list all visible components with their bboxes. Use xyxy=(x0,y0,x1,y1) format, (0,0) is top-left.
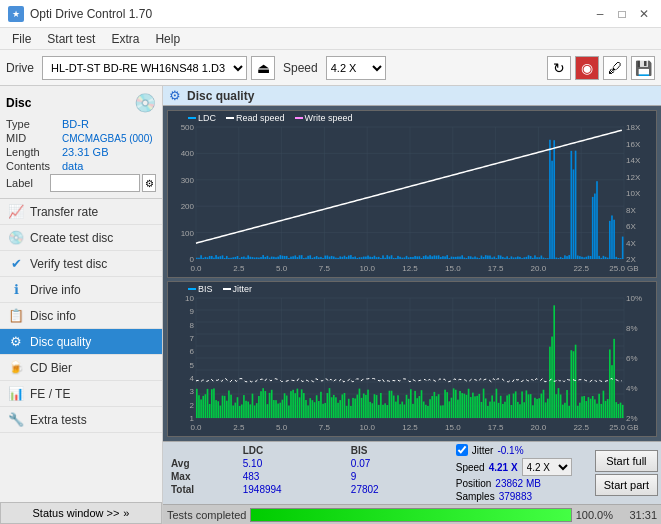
eject-button[interactable]: ⏏ xyxy=(251,56,275,80)
disc-length-label: Length xyxy=(6,146,62,158)
jitter-row: Jitter -0.1% xyxy=(456,444,588,456)
titlebar: ★ Opti Drive Control 1.70 – □ ✕ xyxy=(0,0,661,28)
titlebar-left: ★ Opti Drive Control 1.70 xyxy=(8,6,152,22)
stats-speed-select[interactable]: 4.2 X xyxy=(522,458,572,476)
disc-quality-header: ⚙ Disc quality xyxy=(163,86,661,106)
write-legend-dot xyxy=(295,117,303,119)
disc-mid-row: MID CMCMAGBA5 (000) xyxy=(6,132,156,144)
action-buttons: Start full Start part xyxy=(592,442,661,504)
progress-percent: 100.0% xyxy=(576,509,613,521)
stats-right: Jitter -0.1% Speed 4.21 X 4.2 X Position… xyxy=(452,442,592,504)
ldc-chart: LDC Read speed Write speed xyxy=(167,110,657,278)
start-part-button[interactable]: Start part xyxy=(595,474,658,496)
titlebar-controls: – □ ✕ xyxy=(591,5,653,23)
stats-total-ldc: 1948994 xyxy=(239,483,347,496)
status-window-button[interactable]: Status window >> » xyxy=(0,502,162,524)
close-button[interactable]: ✕ xyxy=(635,5,653,23)
disc-quality-title: Disc quality xyxy=(187,89,254,103)
stats-total-label: Total xyxy=(167,483,239,496)
minimize-button[interactable]: – xyxy=(591,5,609,23)
jitter-checkbox[interactable] xyxy=(456,444,468,456)
disc-header: Disc 💿 xyxy=(6,92,156,114)
sidebar-item-cd-bier[interactable]: 🍺 CD Bier xyxy=(0,355,162,381)
toolbar: Drive HL-DT-ST BD-RE WH16NS48 1.D3 ⏏ Spe… xyxy=(0,50,661,86)
sidebar-item-extra-tests[interactable]: 🔧 Extra tests xyxy=(0,407,162,433)
disc-icon: 💿 xyxy=(134,92,156,114)
drive-info-icon: ℹ xyxy=(8,282,24,297)
progress-time: 31:31 xyxy=(617,509,657,521)
toolbar-btn-2[interactable]: ◉ xyxy=(575,56,599,80)
sidebar-item-transfer-rate[interactable]: 📈 Transfer rate xyxy=(0,199,162,225)
menu-file[interactable]: File xyxy=(4,30,39,48)
jitter-legend-dot xyxy=(223,288,231,290)
sidebar-item-create-test-disc[interactable]: 💿 Create test disc xyxy=(0,225,162,251)
sidebar-item-verify-test-disc[interactable]: ✔ Verify test disc xyxy=(0,251,162,277)
jitter-avg-val: -0.1% xyxy=(497,445,523,456)
sidebar-label-cd-bier: CD Bier xyxy=(30,361,72,375)
samples-label: Samples xyxy=(456,491,495,502)
speed-row: Speed 4.21 X 4.2 X xyxy=(456,458,588,476)
stats-max-label: Max xyxy=(167,470,239,483)
disc-contents-label: Contents xyxy=(6,160,62,172)
progress-bar-inner xyxy=(251,509,570,521)
maximize-button[interactable]: □ xyxy=(613,5,631,23)
legend-ldc: LDC xyxy=(188,113,216,123)
disc-contents-row: Contents data xyxy=(6,160,156,172)
disc-type-value: BD-R xyxy=(62,118,89,130)
stats-bar: LDC BIS Avg 5.10 0.07 Max 483 xyxy=(163,441,661,504)
legend-write: Write speed xyxy=(295,113,353,123)
sidebar-item-disc-info[interactable]: 📋 Disc info xyxy=(0,303,162,329)
menu-start-test[interactable]: Start test xyxy=(39,30,103,48)
start-full-button[interactable]: Start full xyxy=(595,450,658,472)
disc-length-value: 23.31 GB xyxy=(62,146,108,158)
stats-avg-bis: 0.07 xyxy=(347,457,429,470)
sidebar-label-drive-info: Drive info xyxy=(30,283,81,297)
toolbar-btn-save[interactable]: 💾 xyxy=(631,56,655,80)
disc-mid-label: MID xyxy=(6,132,62,144)
progress-area: Tests completed 100.0% 31:31 xyxy=(163,504,661,524)
menu-extra[interactable]: Extra xyxy=(103,30,147,48)
toolbar-btn-1[interactable]: ↻ xyxy=(547,56,571,80)
stats-max-ldc: 483 xyxy=(239,470,347,483)
sidebar: Disc 💿 Type BD-R MID CMCMAGBA5 (000) Len… xyxy=(0,86,163,524)
main-layout: Disc 💿 Type BD-R MID CMCMAGBA5 (000) Len… xyxy=(0,86,661,524)
menu-help[interactable]: Help xyxy=(147,30,188,48)
position-value: 23862 MB xyxy=(495,478,541,489)
position-label: Position xyxy=(456,478,492,489)
speed-select[interactable]: 4.2 X xyxy=(326,56,386,80)
jitter-label: Jitter xyxy=(472,445,494,456)
nav-items: 📈 Transfer rate 💿 Create test disc ✔ Ver… xyxy=(0,199,162,433)
disc-quality-header-icon: ⚙ xyxy=(169,88,181,103)
chart-top-legend: LDC Read speed Write speed xyxy=(188,113,352,123)
bis-legend-label: BIS xyxy=(198,284,213,294)
disc-type-row: Type BD-R xyxy=(6,118,156,130)
disc-label-btn[interactable]: ⚙ xyxy=(142,174,156,192)
sidebar-label-disc-info: Disc info xyxy=(30,309,76,323)
stats-total-bis: 27802 xyxy=(347,483,429,496)
disc-quality-icon: ⚙ xyxy=(8,334,24,349)
sidebar-item-disc-quality[interactable]: ⚙ Disc quality xyxy=(0,329,162,355)
app-title: Opti Drive Control 1.70 xyxy=(30,7,152,21)
app-icon: ★ xyxy=(8,6,24,22)
legend-bis: BIS xyxy=(188,284,213,294)
stats-avg-ldc: 5.10 xyxy=(239,457,347,470)
disc-length-row: Length 23.31 GB xyxy=(6,146,156,158)
read-legend-label: Read speed xyxy=(236,113,285,123)
disc-info-icon: 📋 xyxy=(8,308,24,323)
chart-bottom-legend: BIS Jitter xyxy=(188,284,252,294)
verify-test-disc-icon: ✔ xyxy=(8,256,24,271)
toolbar-btn-3[interactable]: 🖋 xyxy=(603,56,627,80)
sidebar-item-drive-info[interactable]: ℹ Drive info xyxy=(0,277,162,303)
disc-label-input[interactable] xyxy=(50,174,140,192)
sidebar-label-verify-test-disc: Verify test disc xyxy=(30,257,107,271)
stats-max-bis: 9 xyxy=(347,470,429,483)
drive-select[interactable]: HL-DT-ST BD-RE WH16NS48 1.D3 xyxy=(42,56,247,80)
sidebar-label-fe-te: FE / TE xyxy=(30,387,70,401)
jitter-legend-label: Jitter xyxy=(233,284,253,294)
status-window-label: Status window >> xyxy=(33,507,120,519)
write-legend-label: Write speed xyxy=(305,113,353,123)
bis-jitter-chart: BIS Jitter xyxy=(167,281,657,437)
sidebar-item-fe-te[interactable]: 📊 FE / TE xyxy=(0,381,162,407)
progress-bar-outer xyxy=(250,508,571,522)
disc-title: Disc xyxy=(6,96,31,110)
